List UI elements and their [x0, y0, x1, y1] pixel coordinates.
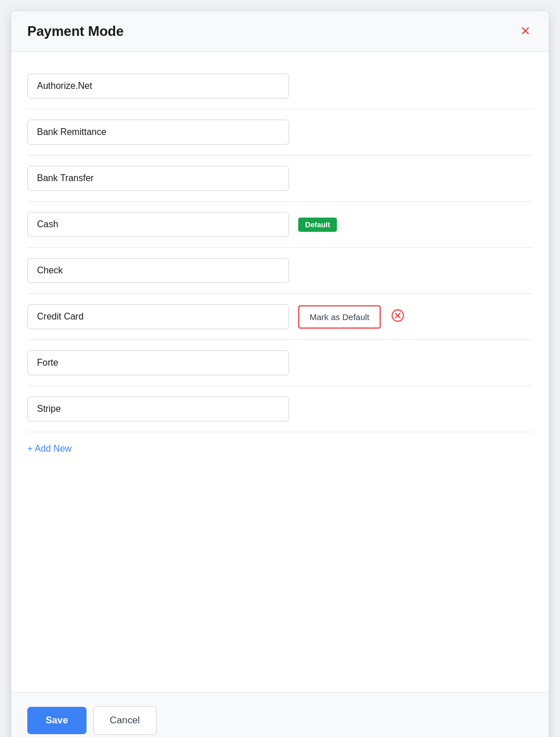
payment-row-authorize-net: [27, 63, 533, 109]
payment-row-check: [27, 248, 533, 294]
payment-row-credit-card: Mark as Default: [27, 294, 533, 340]
save-button[interactable]: Save: [27, 707, 87, 734]
payment-row-stripe: [27, 386, 533, 432]
payment-mode-modal: Payment Mode ✕ Default Mark as Default: [11, 11, 549, 737]
default-badge: Default: [298, 218, 337, 232]
payment-row-bank-remittance: [27, 109, 533, 155]
add-new-link[interactable]: + Add New: [27, 444, 72, 454]
payment-row-bank-transfer: [27, 155, 533, 202]
delete-credit-card-button[interactable]: [390, 308, 406, 326]
modal-header: Payment Mode ✕: [11, 11, 549, 52]
payment-input-authorize-net[interactable]: [27, 73, 289, 99]
cancel-button[interactable]: Cancel: [93, 706, 157, 735]
payment-input-bank-transfer[interactable]: [27, 166, 289, 191]
payment-row-cash: Default: [27, 202, 533, 248]
payment-input-cash[interactable]: [27, 212, 289, 237]
payment-input-stripe[interactable]: [27, 396, 289, 421]
circle-x-icon: [391, 309, 405, 322]
payment-input-forte[interactable]: [27, 350, 289, 375]
payment-row-forte: [27, 340, 533, 386]
payment-input-bank-remittance[interactable]: [27, 120, 289, 145]
modal-body: Default Mark as Default + A: [11, 52, 549, 692]
payment-input-check[interactable]: [27, 258, 289, 283]
close-button[interactable]: ✕: [518, 23, 533, 40]
modal-footer: Save Cancel: [11, 692, 549, 737]
modal-title: Payment Mode: [27, 23, 123, 39]
mark-as-default-button[interactable]: Mark as Default: [298, 305, 381, 329]
payment-input-credit-card[interactable]: [27, 304, 289, 329]
